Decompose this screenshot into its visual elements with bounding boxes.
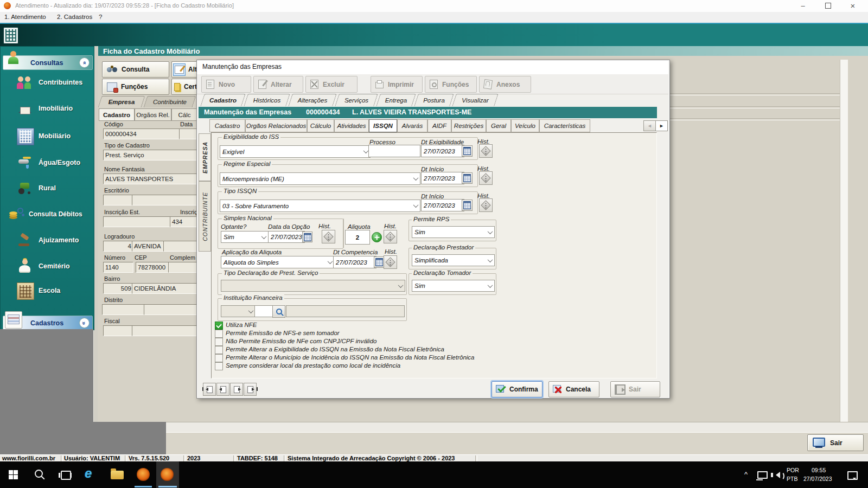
notification-icon[interactable] — [847, 471, 858, 480]
logradouro-field[interactable] — [163, 241, 197, 252]
tray-lang-line2[interactable]: PTB — [787, 476, 797, 482]
explorer-icon[interactable] — [111, 471, 124, 479]
cancela-button[interactable]: Cancela — [548, 381, 599, 397]
nav-last-icon[interactable] — [244, 383, 257, 396]
escritorio-field[interactable] — [132, 195, 197, 206]
dialog-tab-cadastro[interactable]: Cadastro — [202, 94, 244, 106]
alterar-button[interactable]: Alt — [171, 61, 197, 78]
tipo-declaracao-select[interactable] — [221, 280, 405, 292]
chevron-down-icon[interactable]: » — [79, 318, 90, 328]
itab-geral[interactable]: Geral — [486, 119, 511, 132]
calendar-icon[interactable] — [374, 256, 385, 268]
dialog-tab-visualizar[interactable]: Visualizar — [454, 94, 496, 106]
start-icon[interactable] — [9, 470, 18, 479]
funcoes-button[interactable]: Funções — [102, 79, 169, 95]
sair-dialog-button[interactable]: Sair — [610, 381, 660, 397]
itab-alvaras[interactable]: Alvarás — [397, 119, 427, 132]
subtab-orgaos-rel[interactable]: Orgãos Rel. — [135, 108, 171, 121]
funcoes-dialog-button[interactable]: Funções — [425, 76, 477, 93]
local-prestacao-checkbox[interactable] — [215, 362, 223, 370]
calendar-icon[interactable] — [462, 145, 473, 157]
sidebar-item-cemiterio[interactable]: Cemitério — [39, 262, 70, 270]
nfe-cnpj-invalido-checkbox[interactable] — [215, 338, 223, 346]
tray-time[interactable]: 09:55 — [812, 467, 826, 473]
history-dice-icon[interactable] — [479, 171, 493, 185]
dialog-titlebar[interactable]: Manutenção das Empresas — [197, 60, 668, 75]
dt-inicio-regime-field[interactable]: 27/07/2023 — [421, 172, 464, 184]
menu-help[interactable]: ? — [99, 14, 102, 20]
nav-prev-icon[interactable] — [216, 383, 229, 396]
tray-chevron-icon[interactable]: ^ — [744, 470, 748, 478]
volume-icon[interactable] — [773, 472, 780, 478]
numero-field[interactable]: 1140 — [103, 262, 133, 273]
chevron-up-icon[interactable]: » — [79, 57, 90, 68]
tray-date[interactable]: 27/07/2023 — [803, 476, 832, 482]
alterar-municipio-checkbox[interactable] — [215, 354, 223, 362]
itab-veiculo[interactable]: Veículo — [511, 119, 539, 132]
itab-issqn[interactable]: ISSQN — [369, 119, 397, 132]
itab-cadastro[interactable]: Cadastro — [209, 119, 245, 132]
taskview-icon[interactable] — [61, 471, 71, 480]
minimize-button[interactable]: – — [792, 0, 814, 11]
instituicao-cod-field[interactable] — [254, 305, 274, 317]
aplicacao-select[interactable]: Aliquota do Simples — [221, 256, 335, 268]
instituicao-nome-field[interactable] — [286, 305, 405, 317]
sidebar-item-agua-esgoto[interactable]: Água/Esgoto — [39, 159, 80, 166]
alterar-exigibilidade-checkbox[interactable] — [215, 346, 223, 354]
history-dice-icon[interactable] — [384, 255, 397, 269]
dialog-tab-alteracoes[interactable]: Alterações — [290, 94, 335, 106]
tab-scroll-left-icon[interactable]: ◄ — [643, 120, 656, 131]
history-dice-icon[interactable] — [479, 198, 493, 212]
nav-next-icon[interactable] — [230, 383, 243, 396]
sidebar-item-rural[interactable]: Rural — [39, 184, 56, 192]
dialog-tab-servicos[interactable]: Serviços — [337, 94, 376, 106]
itab-calculo[interactable]: Cálculo — [307, 119, 334, 132]
taskbar-search-icon[interactable] — [35, 470, 43, 478]
sidebar-item-consulta-debitos[interactable]: Consulta Débitos — [29, 210, 82, 218]
exigibilidade-select[interactable]: Exigível — [220, 145, 371, 158]
close-button[interactable]: × — [842, 0, 864, 11]
instituicao-tipo-select[interactable] — [221, 305, 256, 317]
sidebar-item-escola[interactable]: Escola — [39, 287, 60, 294]
itab-atividades[interactable]: Atividades — [334, 119, 369, 132]
anexos-button[interactable]: Anexos — [479, 76, 531, 93]
sidebar-item-ajuizamento[interactable]: Ajuizamento — [39, 236, 79, 244]
menu-cadastros[interactable]: 2. Cadastros — [57, 14, 92, 20]
logradouro-tipo-field[interactable]: AVENIDA — [132, 241, 165, 252]
consulta-button[interactable]: Consulta — [102, 61, 169, 78]
utiliza-nfe-checkbox[interactable] — [215, 322, 223, 330]
sidebar-item-imobiliario[interactable]: Imobiliário — [39, 105, 73, 112]
dialog-tab-entrega[interactable]: Entrega — [378, 94, 414, 106]
escritorio-cod-field[interactable] — [103, 195, 133, 206]
bairro-cod-field[interactable]: 509 — [103, 283, 133, 294]
tipo-cadastro-field[interactable]: Prest. Serviço — [103, 150, 197, 160]
data-opcao-field[interactable]: 27/07/2023 — [268, 231, 305, 243]
imprimir-button[interactable]: Imprimir — [371, 76, 423, 93]
permite-rps-select[interactable]: Sim — [412, 226, 495, 238]
fiscal-field[interactable] — [132, 325, 197, 336]
itab-restricoes[interactable]: Restrições — [451, 119, 486, 132]
dt-competencia-field[interactable]: 27/07/2023 — [333, 256, 376, 268]
network-icon[interactable] — [757, 471, 768, 479]
sidebar-item-mobiliario[interactable]: Mobiliário — [39, 132, 71, 140]
itab-aidf[interactable]: AIDF — [427, 119, 451, 132]
side-tab-contribuinte[interactable]: CONTRIBUINTE — [199, 181, 211, 252]
menu-atendimento[interactable]: 1. Atendimento — [4, 14, 46, 20]
add-icon[interactable] — [372, 232, 382, 242]
history-dice-icon[interactable] — [479, 144, 493, 158]
sidebar-item-contribuintes[interactable]: Contribuintes — [39, 79, 82, 86]
tab-scroll-right-icon[interactable]: ► — [655, 120, 668, 131]
fiorilli-app-icon-active[interactable] — [161, 468, 174, 481]
exit-button[interactable]: Sair — [807, 434, 864, 451]
distrito-cod-field[interactable] — [102, 304, 145, 315]
history-dice-icon[interactable] — [384, 230, 397, 243]
fiscal-cod-field[interactable] — [103, 325, 133, 336]
distrito-field[interactable] — [144, 304, 197, 315]
dialog-tab-postura[interactable]: Postura — [416, 94, 452, 106]
aliquota-field[interactable]: 2 — [345, 230, 370, 245]
dt-inicio-tipo-field[interactable]: 27/07/2023 — [421, 199, 464, 211]
processo-field[interactable] — [368, 145, 420, 157]
dialog-tab-historicos[interactable]: Históricos — [246, 94, 288, 106]
tab-empresa[interactable]: Empresa — [100, 96, 143, 107]
fiorilli-app-icon[interactable] — [137, 468, 150, 481]
